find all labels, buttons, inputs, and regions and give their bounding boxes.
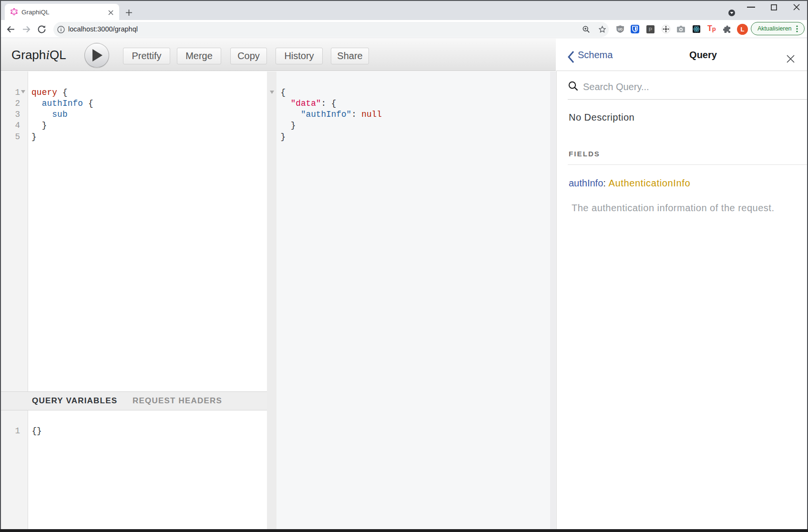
svg-text:UO: UO (618, 28, 623, 31)
svg-text:P: P (649, 27, 652, 32)
